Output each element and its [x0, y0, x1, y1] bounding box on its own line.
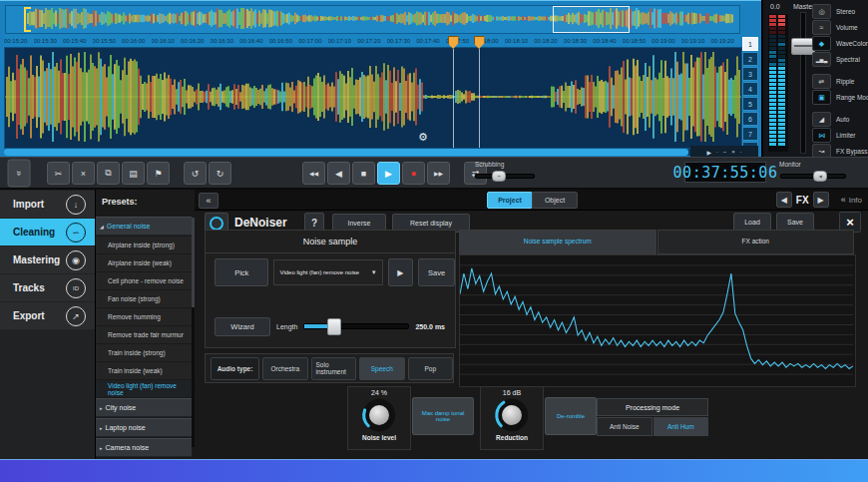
master-fader[interactable] [791, 12, 813, 152]
zoom-preset-button-7[interactable]: 7 [742, 127, 758, 141]
wave-nav-icon-4[interactable]: ∙ [740, 149, 742, 155]
monitor-slider-handle[interactable]: ◀ [813, 171, 827, 182]
info-toggle[interactable]: « Info [841, 195, 862, 205]
toolbar-paste-button[interactable]: ▤ [122, 162, 145, 185]
sidebar-item-cleaning[interactable]: Cleaning∽ [0, 219, 95, 245]
info-collapse-icon: « [841, 195, 846, 205]
transport-skip-start-button[interactable]: ◀◀ [302, 162, 325, 185]
preset-item[interactable]: Airplane inside (strong) [96, 237, 192, 253]
transport-stop-button[interactable]: ■ [352, 162, 375, 185]
noise-level-knob[interactable] [359, 396, 399, 434]
wave-nav-icon-3[interactable]: × [731, 149, 735, 155]
transport-skip-end-button[interactable]: ▶▶ [427, 162, 450, 185]
scrubbing-slider[interactable]: •• [475, 174, 535, 179]
toolbar-cut-button[interactable]: ✂ [47, 162, 70, 185]
sidebar-item-mastering[interactable]: Mastering◉ [0, 246, 95, 273]
spectral-icon[interactable]: ▂▅▃ [812, 52, 831, 67]
length-slider[interactable] [303, 323, 409, 329]
mastering-icon: ◉ [66, 250, 86, 270]
zoom-preset-button-4[interactable]: 4 [742, 82, 758, 96]
tab-object[interactable]: Object [532, 192, 578, 209]
toolbar-delete-button[interactable]: × [72, 162, 95, 185]
timeline-ruler[interactable]: 00:15:2000:15:3000:15:4000:15:5000:16:00… [4, 34, 740, 48]
sidebar-item-import[interactable]: Import↓ [0, 191, 95, 218]
main-waveform[interactable] [4, 47, 742, 149]
zoom-preset-button-1[interactable]: 1 [742, 37, 758, 51]
view-region-rect[interactable] [553, 6, 631, 33]
ripple-icon[interactable]: ⇌ [812, 74, 831, 89]
preset-item[interactable]: Cell phone - remove noise [96, 272, 192, 289]
fx-bypass-label: FX Bypass [836, 148, 867, 155]
preset-group-city-noise[interactable]: ▸City noise [96, 398, 192, 417]
toolbar-copy-button[interactable]: ⧉ [97, 162, 120, 185]
pick-button[interactable]: Pick [215, 258, 268, 286]
auto-icon[interactable]: ◢ [812, 112, 831, 127]
preset-group-general-noise[interactable]: ◢General noise [96, 217, 192, 236]
limiter-icon[interactable]: ⋈ [812, 128, 831, 143]
wave-nav-icon-2[interactable]: − [723, 149, 727, 155]
anti-noise-button[interactable]: Anti Noise [597, 417, 652, 436]
range-mode-label: Range Mode [836, 94, 868, 101]
preset-item[interactable]: Remove humming [96, 308, 192, 325]
play-sample-button[interactable]: ▶ [388, 258, 413, 286]
fx-next-button[interactable]: ▶ [813, 192, 829, 208]
preset-group-camera-noise[interactable]: ▸Camera noise [96, 438, 192, 457]
toolbar-redo-button[interactable]: ↻ [209, 162, 231, 185]
preset-item[interactable]: Airplane inside (weak) [96, 254, 192, 271]
wave-nav-icon-1[interactable]: ∙ [716, 149, 718, 155]
wavecolor-icon[interactable]: ◆ [812, 36, 831, 51]
audio-type-speech[interactable]: Speech [359, 357, 404, 380]
wizard-button[interactable]: Wizard [215, 317, 270, 336]
knob-face[interactable] [500, 403, 524, 427]
gear-icon[interactable]: ⚙ [418, 131, 428, 144]
volume-icon[interactable]: ≈ [812, 20, 831, 35]
anti-hum-button[interactable]: Anti Hum [653, 417, 709, 436]
toolbar: »✂×⧉▤⚑↺↻ ◀◀◀■▶●▶▶⇄ Scrubbing •• 00:37:55… [0, 157, 868, 189]
sidebar-item-tracks[interactable]: TracksID [0, 274, 95, 301]
waveform-overview[interactable] [5, 5, 740, 34]
zoom-preset-button-5[interactable]: 5 [742, 97, 758, 111]
toolbar-marker-button[interactable]: ⚑ [147, 162, 170, 185]
audio-type-pop[interactable]: Pop [408, 357, 453, 380]
transport-play-button[interactable]: ▶ [377, 162, 400, 185]
preset-item[interactable]: Video light (fan) remove noise [96, 380, 192, 397]
toolbar-dock-toggle-button[interactable]: » [8, 160, 31, 188]
max-damp-tonal-noise-button[interactable]: Max damp tonal noise [412, 397, 474, 435]
reduction-knob[interactable] [492, 396, 532, 434]
preset-item[interactable]: Train inside (weak) [96, 362, 192, 379]
de-rumble-button[interactable]: De-rumble [545, 397, 597, 435]
transport-record-button[interactable]: ● [402, 162, 425, 185]
preset-item[interactable]: Fan noise (strong) [96, 290, 192, 307]
knob-face[interactable] [367, 403, 391, 427]
tab-project[interactable]: Project [487, 192, 533, 209]
range-mode-icon[interactable]: ▣ [812, 90, 831, 105]
wave-nav-icon-0[interactable]: ▶ [707, 149, 712, 156]
stereo-icon[interactable]: ◎ [812, 4, 831, 19]
preset-group-laptop-noise[interactable]: ▸Laptop noise [96, 418, 192, 437]
transport-prev-button[interactable]: ◀ [327, 162, 350, 185]
zoom-preset-button-2[interactable]: 2 [742, 52, 758, 66]
tab-noise-sample-spectrum[interactable]: Noise sample spectrum [459, 230, 656, 254]
horizontal-scrollbar-track[interactable] [4, 149, 740, 156]
preset-item[interactable]: Train inside (strong) [96, 344, 192, 361]
sidebar-item-export[interactable]: Export↗ [0, 302, 95, 329]
fx-prev-button[interactable]: ◀ [776, 192, 792, 208]
tab-fx-action[interactable]: FX action [657, 230, 855, 254]
selection-start-bracket[interactable] [24, 7, 31, 32]
limiter-label: Limiter [836, 132, 856, 139]
zoom-preset-button-3[interactable]: 3 [742, 67, 758, 81]
noise-level-label: Noise level [362, 434, 396, 441]
reduction-label: Reduction [496, 434, 528, 441]
audio-type-orchestra[interactable]: Orchestra [262, 357, 307, 380]
scrubbing-slider-handle[interactable]: •• [492, 171, 506, 182]
toolbar-undo-button[interactable]: ↺ [184, 162, 207, 185]
audio-type-solo-instrument[interactable]: Solo instrument [311, 357, 356, 380]
preset-item[interactable]: Remove trade fair murmur [96, 326, 192, 343]
save-sample-button[interactable]: Save [418, 258, 455, 286]
collapse-panel-button[interactable]: « [199, 193, 218, 209]
monitor-slider[interactable]: ◀ [780, 174, 846, 179]
zoom-preset-button-6[interactable]: 6 [742, 112, 758, 126]
sample-dropdown[interactable]: Video light (fan) remove noise ▼ [273, 259, 382, 285]
horizontal-scrollbar[interactable] [4, 149, 688, 156]
length-slider-handle[interactable] [327, 318, 341, 335]
